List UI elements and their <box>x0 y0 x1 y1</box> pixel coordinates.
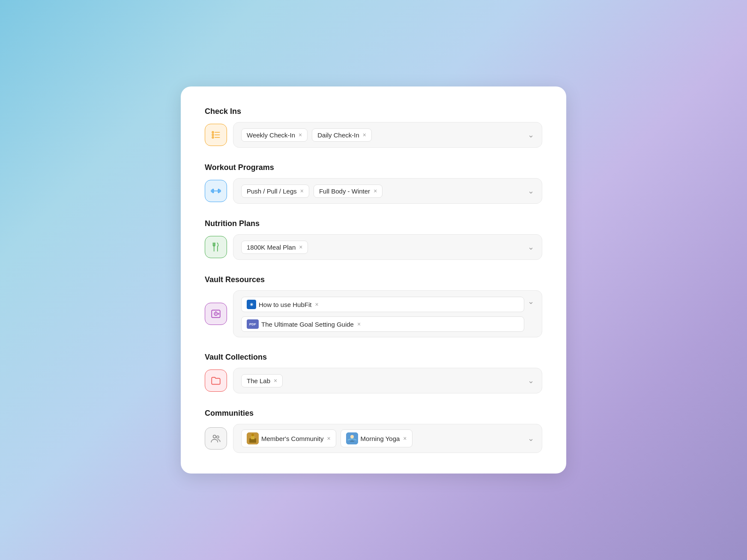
vault-resources-section: Vault Resources ✳ How to use HubFit × <box>205 275 542 337</box>
weekly-checkin-tag[interactable]: Weekly Check-In × <box>241 128 308 142</box>
meal-plan-1800-remove[interactable]: × <box>299 244 302 250</box>
vault-collections-tags: The Lab × <box>241 374 524 387</box>
svg-point-21 <box>217 436 219 438</box>
full-body-winter-remove[interactable]: × <box>374 188 377 194</box>
daily-checkin-tag[interactable]: Daily Check-In × <box>312 128 372 142</box>
workout-programs-row: Push / Pull / Legs × Full Body - Winter … <box>205 178 542 204</box>
workout-programs-selector[interactable]: Push / Pull / Legs × Full Body - Winter … <box>233 178 542 204</box>
nutrition-plans-row: 1800K Meal Plan × ⌄ <box>205 234 542 260</box>
dumbbell-icon <box>210 185 221 197</box>
how-to-hubfit-remove[interactable]: × <box>315 301 318 308</box>
communities-tags: Member's Community × Morning Yoga × <box>241 429 524 447</box>
svg-rect-2 <box>212 137 213 138</box>
daily-checkin-remove[interactable]: × <box>363 131 366 138</box>
check-ins-chevron[interactable]: ⌄ <box>528 130 534 140</box>
goal-setting-guide-remove[interactable]: × <box>357 321 361 328</box>
vault-collections-row: The Lab × ⌄ <box>205 368 542 393</box>
svg-point-17 <box>215 313 217 315</box>
morning-yoga-label: Morning Yoga <box>361 435 400 442</box>
meal-plan-1800-label: 1800K Meal Plan <box>247 244 296 251</box>
members-community-tag[interactable]: Member's Community × <box>241 429 336 447</box>
svg-rect-7 <box>212 189 213 193</box>
the-lab-label: The Lab <box>247 377 270 384</box>
nutrition-plans-section: Nutrition Plans 1800K Meal Plan × <box>205 219 542 260</box>
check-ins-icon-wrap <box>205 124 227 146</box>
communities-section: Communities Member's Community <box>205 409 542 453</box>
nutrition-plans-selector[interactable]: 1800K Meal Plan × ⌄ <box>233 234 542 260</box>
workout-programs-section: Workout Programs Push / Pull / Legs × <box>205 163 542 204</box>
folder-icon <box>210 375 221 386</box>
snowflake-badge-icon: ✳ <box>247 300 256 309</box>
vault-resources-chevron[interactable]: ⌄ <box>528 297 534 306</box>
pdf-badge-icon: PDF <box>247 319 259 329</box>
communities-chevron[interactable]: ⌄ <box>528 434 534 443</box>
communities-icon-wrap <box>205 427 227 450</box>
workout-programs-chevron[interactable]: ⌄ <box>528 186 534 196</box>
community1-thumb <box>247 432 259 444</box>
vault-collections-chevron[interactable]: ⌄ <box>528 376 534 385</box>
checklist-icon <box>210 129 221 140</box>
svg-point-25 <box>251 434 254 436</box>
nutrition-plans-tags: 1800K Meal Plan × <box>241 241 524 254</box>
svg-point-27 <box>350 435 354 438</box>
check-ins-label: Check Ins <box>205 107 542 116</box>
morning-yoga-remove[interactable]: × <box>403 435 406 442</box>
full-body-winter-tag[interactable]: Full Body - Winter × <box>314 185 382 198</box>
main-card: Check Ins Weekly Check-In × <box>181 86 566 474</box>
the-lab-tag[interactable]: The Lab × <box>241 374 283 387</box>
svg-rect-10 <box>219 190 221 192</box>
svg-rect-19 <box>218 313 219 315</box>
morning-yoga-tag[interactable]: Morning Yoga × <box>341 429 412 447</box>
vault-collections-section: Vault Collections The Lab × ⌄ <box>205 353 542 393</box>
check-ins-tags: Weekly Check-In × Daily Check-In × <box>241 128 524 142</box>
goal-setting-guide-tag[interactable]: PDF The Ultimate Goal Setting Guide × <box>241 316 524 332</box>
vault-collections-selector[interactable]: The Lab × ⌄ <box>233 368 542 393</box>
workout-programs-icon-wrap <box>205 180 227 202</box>
the-lab-remove[interactable]: × <box>274 377 277 384</box>
communities-row: Member's Community × Morning Yoga × ⌄ <box>205 424 542 453</box>
community2-thumb <box>346 432 358 444</box>
weekly-checkin-label: Weekly Check-In <box>247 131 295 139</box>
vault-collections-label: Vault Collections <box>205 353 542 362</box>
workout-programs-label: Workout Programs <box>205 163 542 172</box>
vault-resources-label: Vault Resources <box>205 275 542 284</box>
push-pull-legs-tag[interactable]: Push / Pull / Legs × <box>241 185 309 198</box>
nutrition-plans-label: Nutrition Plans <box>205 219 542 228</box>
vault-resources-tags: ✳ How to use HubFit × PDF The Ultimate G… <box>241 297 524 332</box>
push-pull-legs-remove[interactable]: × <box>300 188 304 194</box>
push-pull-legs-label: Push / Pull / Legs <box>247 188 297 195</box>
vault-collections-icon-wrap <box>205 369 227 392</box>
workout-programs-tags: Push / Pull / Legs × Full Body - Winter … <box>241 185 524 198</box>
communities-label: Communities <box>205 409 542 418</box>
vault-resources-row: ✳ How to use HubFit × PDF The Ultimate G… <box>205 290 542 337</box>
check-ins-section: Check Ins Weekly Check-In × <box>205 107 542 148</box>
members-community-remove[interactable]: × <box>327 435 330 442</box>
check-ins-row: Weekly Check-In × Daily Check-In × ⌄ <box>205 122 542 148</box>
nutrition-plans-icon-wrap <box>205 236 227 258</box>
how-to-hubfit-label: How to use HubFit <box>259 301 311 308</box>
daily-checkin-label: Daily Check-In <box>317 131 359 139</box>
check-ins-selector[interactable]: Weekly Check-In × Daily Check-In × ⌄ <box>233 122 542 148</box>
svg-rect-24 <box>251 436 254 439</box>
vault-icon <box>210 308 221 319</box>
weekly-checkin-remove[interactable]: × <box>299 131 302 138</box>
svg-point-20 <box>213 435 216 438</box>
nutrition-plans-chevron[interactable]: ⌄ <box>528 242 534 252</box>
goal-setting-guide-label: The Ultimate Goal Setting Guide <box>261 321 354 328</box>
people-icon <box>210 433 221 444</box>
svg-rect-1 <box>212 134 213 135</box>
how-to-hubfit-tag[interactable]: ✳ How to use HubFit × <box>241 297 524 312</box>
fork-knife-icon <box>210 241 221 253</box>
full-body-winter-label: Full Body - Winter <box>319 188 370 195</box>
vault-resources-selector[interactable]: ✳ How to use HubFit × PDF The Ultimate G… <box>233 290 542 337</box>
members-community-label: Member's Community <box>261 435 323 442</box>
meal-plan-1800-tag[interactable]: 1800K Meal Plan × <box>241 241 308 254</box>
svg-rect-0 <box>212 131 213 133</box>
communities-selector[interactable]: Member's Community × Morning Yoga × ⌄ <box>233 424 542 453</box>
vault-resources-icon-wrap <box>205 303 227 325</box>
